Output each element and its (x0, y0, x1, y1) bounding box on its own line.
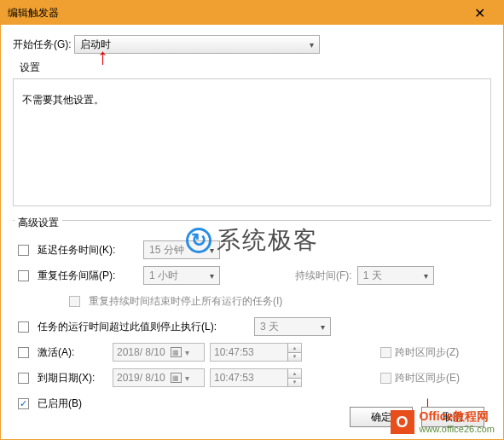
close-icon: ✕ (474, 5, 485, 21)
activate-time-input: 10:47:53 ▲ ▼ (210, 343, 302, 362)
spinner-down-icon: ▼ (288, 353, 301, 362)
chevron-down-icon: ▾ (310, 40, 314, 49)
enabled-checkbox[interactable] (18, 398, 29, 409)
brand-line1: Office教程网 (420, 410, 495, 423)
settings-panel: 不需要其他设置。 (13, 78, 491, 206)
chevron-down-icon: ▾ (321, 322, 325, 332)
activate-tz-group: 跨时区同步(Z) (380, 345, 459, 360)
office-icon: O (391, 410, 414, 434)
chevron-down-icon: ▾ (185, 373, 189, 383)
stop-after-checkbox[interactable] (18, 321, 29, 333)
expire-tz-checkbox (380, 373, 391, 384)
expire-checkbox[interactable] (18, 373, 29, 384)
repeat-checkbox[interactable] (18, 270, 29, 281)
annotation-arrow-icon: ↑ (97, 43, 108, 70)
stop-after-label: 任务的运行时间超过此值则停止执行(L): (38, 320, 249, 334)
spinner-up-icon: ▲ (288, 344, 301, 353)
activate-tz-checkbox (380, 347, 391, 358)
stop-after-dropdown: 3 天 ▾ (254, 317, 331, 336)
delay-checkbox[interactable] (18, 245, 29, 256)
calendar-icon: ▦ (171, 347, 182, 357)
watermark-brand: O Office教程网 www.office26.com (391, 410, 495, 434)
settings-text: 不需要其他设置。 (22, 94, 104, 106)
repeat-row: 重复任务间隔(P): 1 小时 ▾ 持续时间(F): 1 天 ▾ (13, 263, 491, 288)
repeat-stop-checkbox (69, 296, 80, 307)
advanced-fieldset: 高级设置 延迟任务时间(K): 15 分钟 ▾ 重复任务间隔(P): 1 小时 (13, 220, 491, 416)
activate-tz-label: 跨时区同步(Z) (395, 345, 459, 360)
calendar-icon: ▦ (171, 373, 182, 383)
delay-dropdown: 15 分钟 ▾ (143, 240, 220, 259)
expire-time-input: 10:47:53 ▲ ▼ (210, 368, 302, 387)
activate-date-input: 2018/ 8/10 ▦ ▾ (113, 343, 205, 362)
chevron-down-icon: ▾ (185, 348, 189, 357)
activate-date-value: 2018/ 8/10 (117, 346, 165, 358)
window-title: 编辑触发器 (8, 6, 462, 20)
delay-label: 延迟任务时间(K): (38, 243, 138, 258)
expire-tz-group: 跨时区同步(E) (380, 371, 460, 385)
delay-value: 15 分钟 (149, 243, 184, 258)
dialog-window: 编辑触发器 ✕ 开始任务(G): 启动时 ▾ 设置 不需要其他设置。 高级设置 … (0, 0, 504, 440)
begin-task-dropdown[interactable]: 启动时 ▾ (74, 35, 320, 54)
advanced-header: 高级设置 (14, 217, 62, 229)
spinner-down-icon: ▼ (288, 379, 301, 387)
expire-tz-label: 跨时区同步(E) (395, 371, 460, 385)
activate-checkbox[interactable] (18, 347, 29, 358)
dialog-content: 开始任务(G): 启动时 ▾ 设置 不需要其他设置。 高级设置 延迟任务时间(K… (1, 25, 503, 426)
brand-line2: www.office26.com (420, 424, 495, 434)
begin-task-label: 开始任务(G): (13, 38, 74, 52)
chevron-down-icon: ▾ (210, 246, 214, 255)
titlebar: 编辑触发器 ✕ (1, 1, 503, 25)
expire-time-value: 10:47:53 (214, 372, 254, 384)
expire-row: 到期日期(X): 2019/ 8/10 ▦ ▾ 10:47:53 ▲ ▼ (13, 365, 491, 391)
time-spinner: ▲ ▼ (287, 369, 301, 386)
repeat-interval-dropdown: 1 小时 ▾ (143, 266, 220, 285)
watermark-brand-text: Office教程网 www.office26.com (420, 410, 495, 433)
time-spinner: ▲ ▼ (287, 344, 301, 361)
settings-header: 设置 (20, 61, 491, 75)
stop-after-row: 任务的运行时间超过此值则停止执行(L): 3 天 ▾ (13, 314, 491, 339)
begin-task-row: 开始任务(G): 启动时 ▾ (13, 35, 491, 54)
chevron-down-icon: ▾ (210, 271, 214, 281)
stop-after-value: 3 天 (260, 320, 279, 334)
expire-label: 到期日期(X): (38, 371, 107, 385)
activate-row: 激活(A): 2018/ 8/10 ▦ ▾ 10:47:53 ▲ ▼ (13, 339, 491, 365)
duration-value: 1 天 (363, 269, 382, 283)
repeat-stop-row: 重复持续时间结束时停止所有运行的任务(I) (13, 288, 491, 314)
repeat-label: 重复任务间隔(P): (38, 269, 138, 283)
repeat-value: 1 小时 (149, 269, 178, 283)
spinner-up-icon: ▲ (288, 369, 301, 379)
expire-date-value: 2019/ 8/10 (117, 372, 165, 384)
expire-date-input: 2019/ 8/10 ▦ ▾ (113, 368, 205, 387)
enabled-label: 已启用(B) (38, 397, 82, 411)
advanced-rows: 延迟任务时间(K): 15 分钟 ▾ 重复任务间隔(P): 1 小时 ▾ 持续时… (13, 237, 491, 416)
repeat-stop-label: 重复持续时间结束时停止所有运行的任务(I) (89, 294, 282, 309)
chevron-down-icon: ▾ (424, 271, 428, 281)
activate-time-value: 10:47:53 (214, 346, 254, 358)
activate-label: 激活(A): (38, 345, 107, 360)
delay-row: 延迟任务时间(K): 15 分钟 ▾ (13, 237, 491, 263)
duration-dropdown: 1 天 ▾ (357, 266, 434, 285)
close-button[interactable]: ✕ (462, 1, 496, 25)
duration-label: 持续时间(F): (295, 269, 352, 283)
